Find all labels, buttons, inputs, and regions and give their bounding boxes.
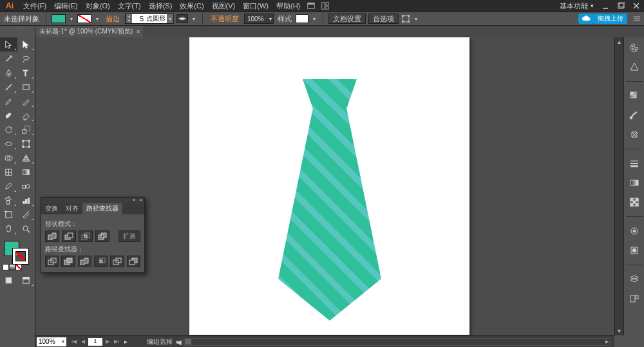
pathfinder-trim[interactable] [61,256,75,267]
menu-type[interactable]: 文字(T) [114,0,145,12]
transform-dropdown[interactable]: ▾ [413,14,419,23]
document-tab[interactable]: 未标题-1* @ 100% (CMYK/预览) × [35,26,144,37]
stroke-indicator[interactable] [13,249,28,264]
pathfinder-drag-bar[interactable]: « × [41,198,144,203]
lasso-tool[interactable] [17,52,35,66]
screen-mode-normal[interactable] [0,273,17,287]
shape-mode-exclude[interactable] [95,230,109,242]
nav-first-icon[interactable]: I◀ [70,338,78,346]
variable-width-profile[interactable] [176,14,188,23]
direct-selection-tool[interactable] [17,37,35,52]
magic-wand-tool[interactable] [0,52,17,66]
blend-tool[interactable] [17,179,35,193]
hscroll-left-icon[interactable]: ◀ [176,339,182,346]
menu-window[interactable]: 窗口(W) [239,0,272,12]
perspective-grid-tool[interactable] [17,151,35,165]
artboard[interactable] [189,37,469,335]
panel-transparency-icon[interactable] [627,196,641,209]
artwork-tie-body[interactable] [278,105,381,321]
upload-button[interactable]: 拖拽上传 [594,14,627,24]
hand-tool[interactable] [0,221,17,236]
panel-layers-icon[interactable] [627,273,641,286]
stroke-label[interactable]: 描边 [103,14,122,24]
shape-mode-minus-front[interactable] [62,230,76,242]
bridge-icon[interactable] [304,0,318,12]
hscroll-thumb[interactable] [184,339,192,345]
free-transform-tool[interactable] [17,136,35,151]
vertical-scrollbar[interactable]: ▲ ▼ [614,37,623,335]
scroll-up-icon[interactable]: ▲ [615,37,624,46]
panel-color-guide-icon[interactable] [627,61,641,73]
fill-swatch[interactable] [52,14,66,23]
horizontal-scrollbar[interactable]: ◀ ▶ [184,338,611,346]
stroke-weight-input[interactable]: ▴▾ 点圆形 ▾ [125,14,174,24]
graphic-style-swatch[interactable] [296,14,308,23]
panel-symbols-icon[interactable] [627,128,641,141]
workspace-switcher[interactable]: 基本功能 ▾ [556,1,598,11]
shape-mode-intersect[interactable] [79,230,93,242]
pathfinder-panel[interactable]: « × 变换 对齐 路径查找器 形状模式： 扩展 路径查找器： [41,197,145,273]
type-tool[interactable]: T [17,66,35,80]
panel-collapse-icon[interactable]: « [133,198,135,203]
gradient-tool[interactable] [17,165,35,179]
status-popup-icon[interactable]: ▸ [124,338,128,345]
menu-view[interactable]: 视图(V) [208,0,240,12]
pathfinder-crop[interactable] [94,256,108,267]
zoom-level[interactable]: 100%▾ [37,337,66,346]
panel-brushes-icon[interactable] [627,109,641,122]
control-panel-menu-icon[interactable] [632,14,641,23]
panel-close-icon[interactable]: × [139,198,142,203]
nav-last-icon[interactable]: ▶I [113,338,120,346]
stroke-swatch[interactable] [77,14,91,23]
pathfinder-minus-back[interactable] [127,256,140,267]
zoom-tool[interactable] [17,221,35,236]
stroke-weight-dropdown[interactable]: ▾ [167,14,173,23]
menu-edit[interactable]: 编辑(E) [50,0,82,12]
opacity-value[interactable]: 100%▾ [244,14,274,24]
menu-file[interactable]: 文件(F) [19,0,50,12]
menu-effect[interactable]: 效果(C) [176,0,207,12]
color-mode-none[interactable] [15,264,22,270]
rectangle-tool[interactable] [17,80,35,94]
shape-builder-tool[interactable] [0,151,17,165]
nav-prev-icon[interactable]: ◀ [79,338,87,346]
panel-stroke-icon[interactable] [627,157,641,170]
fill-stroke-indicator[interactable] [0,239,35,264]
preferences-button[interactable]: 首选项 [368,14,399,24]
tab-transform[interactable]: 变换 [41,203,62,214]
nav-page-field[interactable]: 1 [88,338,102,346]
pathfinder-divide[interactable] [45,256,59,267]
nav-next-icon[interactable]: ▶ [104,338,111,346]
width-tool[interactable] [0,136,17,151]
slice-tool[interactable] [17,207,35,221]
symbol-sprayer-tool[interactable] [0,193,17,207]
maximize-button[interactable] [613,0,629,12]
menu-select[interactable]: 选择(S) [145,0,176,12]
shape-mode-unite[interactable] [45,230,59,242]
document-setup-button[interactable]: 文档设置 [328,14,366,24]
pen-tool[interactable] [0,66,17,80]
column-graph-tool[interactable] [17,193,35,207]
style-dropdown[interactable]: ▾ [311,14,317,23]
stroke-weight-field[interactable] [132,14,145,23]
mesh-tool[interactable] [0,165,17,179]
eyedropper-tool[interactable] [0,179,17,193]
scale-tool[interactable] [17,122,35,136]
eraser-tool[interactable] [17,108,35,122]
panel-color-icon[interactable] [627,41,641,54]
menu-object[interactable]: 对象(O) [82,0,114,12]
close-button[interactable] [629,0,644,12]
scroll-down-icon[interactable]: ▼ [615,326,624,335]
paintbrush-tool[interactable] [0,94,17,108]
stroke-dropdown[interactable]: ▾ [94,14,100,23]
color-mode-solid[interactable] [3,264,9,270]
cloud-icon[interactable] [578,14,594,24]
panel-appearance-icon[interactable] [627,225,641,238]
pathfinder-outline[interactable] [110,256,124,267]
screen-mode-change[interactable] [17,273,35,287]
close-tab-icon[interactable]: × [137,28,140,35]
hscroll-right-icon[interactable]: ▶ [603,339,610,345]
line-segment-tool[interactable] [0,80,17,94]
artboard-tool[interactable] [0,207,17,221]
panel-graphic-styles-icon[interactable] [627,244,641,257]
